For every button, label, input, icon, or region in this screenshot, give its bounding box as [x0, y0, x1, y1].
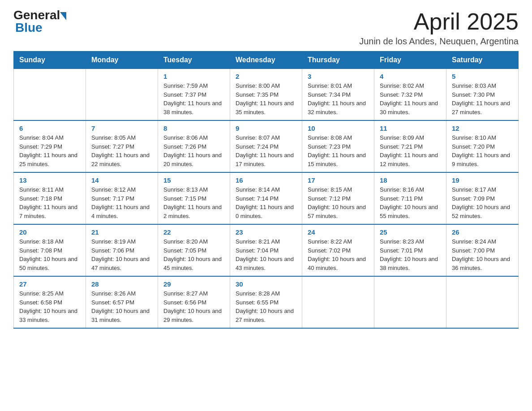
day-info: Sunrise: 8:20 AM Sunset: 7:05 PM Dayligh… [163, 237, 224, 272]
day-info: Sunrise: 8:00 AM Sunset: 7:35 PM Dayligh… [236, 81, 296, 116]
day-info: Sunrise: 8:09 AM Sunset: 7:21 PM Dayligh… [380, 133, 441, 168]
day-number: 29 [163, 280, 224, 288]
calendar-week-row: 27Sunrise: 8:25 AM Sunset: 6:58 PM Dayli… [14, 276, 519, 328]
day-info: Sunrise: 8:01 AM Sunset: 7:34 PM Dayligh… [308, 81, 369, 116]
day-header-saturday: Saturday [446, 51, 519, 69]
calendar-day-cell: 23Sunrise: 8:21 AM Sunset: 7:04 PM Dayli… [230, 224, 302, 276]
day-number: 7 [91, 124, 152, 132]
day-info: Sunrise: 8:19 AM Sunset: 7:06 PM Dayligh… [91, 237, 152, 272]
day-info: Sunrise: 8:11 AM Sunset: 7:18 PM Dayligh… [19, 185, 80, 220]
day-info: Sunrise: 8:03 AM Sunset: 7:30 PM Dayligh… [452, 81, 513, 116]
calendar-day-cell: 22Sunrise: 8:20 AM Sunset: 7:05 PM Dayli… [158, 224, 230, 276]
day-info: Sunrise: 8:04 AM Sunset: 7:29 PM Dayligh… [19, 133, 80, 168]
day-number: 16 [236, 176, 296, 184]
calendar-day-cell: 10Sunrise: 8:08 AM Sunset: 7:23 PM Dayli… [302, 120, 374, 172]
day-info: Sunrise: 8:12 AM Sunset: 7:17 PM Dayligh… [91, 185, 152, 220]
day-number: 11 [380, 124, 441, 132]
day-info: Sunrise: 8:16 AM Sunset: 7:11 PM Dayligh… [380, 185, 441, 220]
calendar-day-cell: 7Sunrise: 8:05 AM Sunset: 7:27 PM Daylig… [86, 120, 158, 172]
logo-triangle-icon [60, 12, 66, 20]
calendar-day-cell: 2Sunrise: 8:00 AM Sunset: 7:35 PM Daylig… [230, 69, 302, 121]
day-number: 9 [236, 124, 296, 132]
day-info: Sunrise: 8:14 AM Sunset: 7:14 PM Dayligh… [236, 185, 296, 220]
day-number: 17 [308, 176, 369, 184]
day-number: 12 [452, 124, 513, 132]
calendar-day-cell: 27Sunrise: 8:25 AM Sunset: 6:58 PM Dayli… [14, 276, 86, 328]
calendar-day-cell: 15Sunrise: 8:13 AM Sunset: 7:15 PM Dayli… [158, 172, 230, 224]
day-info: Sunrise: 8:27 AM Sunset: 6:56 PM Dayligh… [163, 289, 224, 324]
day-info: Sunrise: 8:06 AM Sunset: 7:26 PM Dayligh… [163, 133, 224, 168]
day-info: Sunrise: 7:59 AM Sunset: 7:37 PM Dayligh… [163, 81, 224, 116]
calendar-empty-cell [374, 276, 446, 328]
calendar-day-cell: 25Sunrise: 8:23 AM Sunset: 7:01 PM Dayli… [374, 224, 446, 276]
day-number: 5 [452, 73, 513, 80]
location-subtitle: Junin de los Andes, Neuquen, Argentina [359, 36, 519, 47]
day-header-thursday: Thursday [302, 51, 374, 69]
day-number: 22 [163, 228, 224, 236]
day-number: 21 [91, 228, 152, 236]
day-number: 4 [380, 73, 441, 80]
calendar-empty-cell [302, 276, 374, 328]
day-number: 28 [91, 280, 152, 288]
day-info: Sunrise: 8:25 AM Sunset: 6:58 PM Dayligh… [19, 289, 80, 324]
calendar-day-cell: 19Sunrise: 8:17 AM Sunset: 7:09 PM Dayli… [446, 172, 519, 224]
day-header-monday: Monday [86, 51, 158, 69]
calendar-week-row: 1Sunrise: 7:59 AM Sunset: 7:37 PM Daylig… [14, 69, 519, 121]
calendar-day-cell: 1Sunrise: 7:59 AM Sunset: 7:37 PM Daylig… [158, 69, 230, 121]
day-header-friday: Friday [374, 51, 446, 69]
calendar-week-row: 20Sunrise: 8:18 AM Sunset: 7:08 PM Dayli… [14, 224, 519, 276]
day-number: 10 [308, 124, 369, 132]
calendar-day-cell: 20Sunrise: 8:18 AM Sunset: 7:08 PM Dayli… [14, 224, 86, 276]
day-info: Sunrise: 8:07 AM Sunset: 7:24 PM Dayligh… [236, 133, 296, 168]
calendar-empty-cell [446, 276, 519, 328]
calendar-empty-cell [86, 69, 158, 121]
day-number: 26 [452, 228, 513, 236]
calendar-day-cell: 14Sunrise: 8:12 AM Sunset: 7:17 PM Dayli… [86, 172, 158, 224]
day-number: 24 [308, 228, 369, 236]
day-info: Sunrise: 8:18 AM Sunset: 7:08 PM Dayligh… [19, 237, 80, 272]
day-info: Sunrise: 8:02 AM Sunset: 7:32 PM Dayligh… [380, 81, 441, 116]
day-number: 18 [380, 176, 441, 184]
calendar-day-cell: 5Sunrise: 8:03 AM Sunset: 7:30 PM Daylig… [446, 69, 519, 121]
calendar-day-cell: 16Sunrise: 8:14 AM Sunset: 7:14 PM Dayli… [230, 172, 302, 224]
calendar-header-row: SundayMondayTuesdayWednesdayThursdayFrid… [14, 51, 519, 69]
calendar-day-cell: 11Sunrise: 8:09 AM Sunset: 7:21 PM Dayli… [374, 120, 446, 172]
day-number: 27 [19, 280, 80, 288]
calendar-day-cell: 6Sunrise: 8:04 AM Sunset: 7:29 PM Daylig… [14, 120, 86, 172]
day-header-wednesday: Wednesday [230, 51, 302, 69]
calendar-day-cell: 30Sunrise: 8:28 AM Sunset: 6:55 PM Dayli… [230, 276, 302, 328]
calendar-week-row: 6Sunrise: 8:04 AM Sunset: 7:29 PM Daylig… [14, 120, 519, 172]
calendar-day-cell: 21Sunrise: 8:19 AM Sunset: 7:06 PM Dayli… [86, 224, 158, 276]
calendar-empty-cell [14, 69, 86, 121]
calendar-day-cell: 26Sunrise: 8:24 AM Sunset: 7:00 PM Dayli… [446, 224, 519, 276]
calendar-week-row: 13Sunrise: 8:11 AM Sunset: 7:18 PM Dayli… [14, 172, 519, 224]
calendar-day-cell: 4Sunrise: 8:02 AM Sunset: 7:32 PM Daylig… [374, 69, 446, 121]
day-info: Sunrise: 8:05 AM Sunset: 7:27 PM Dayligh… [91, 133, 152, 168]
calendar-day-cell: 17Sunrise: 8:15 AM Sunset: 7:12 PM Dayli… [302, 172, 374, 224]
calendar-table: SundayMondayTuesdayWednesdayThursdayFrid… [13, 51, 519, 329]
day-info: Sunrise: 8:13 AM Sunset: 7:15 PM Dayligh… [163, 185, 224, 220]
calendar-day-cell: 29Sunrise: 8:27 AM Sunset: 6:56 PM Dayli… [158, 276, 230, 328]
calendar-day-cell: 18Sunrise: 8:16 AM Sunset: 7:11 PM Dayli… [374, 172, 446, 224]
day-number: 14 [91, 176, 152, 184]
day-info: Sunrise: 8:17 AM Sunset: 7:09 PM Dayligh… [452, 185, 513, 220]
day-number: 3 [308, 73, 369, 80]
day-number: 19 [452, 176, 513, 184]
calendar-day-cell: 13Sunrise: 8:11 AM Sunset: 7:18 PM Dayli… [14, 172, 86, 224]
calendar-day-cell: 3Sunrise: 8:01 AM Sunset: 7:34 PM Daylig… [302, 69, 374, 121]
calendar-day-cell: 24Sunrise: 8:22 AM Sunset: 7:02 PM Dayli… [302, 224, 374, 276]
day-number: 1 [163, 73, 224, 80]
day-number: 15 [163, 176, 224, 184]
day-number: 30 [236, 280, 296, 288]
month-title: April 2025 [359, 9, 519, 34]
title-block: April 2025 Junin de los Andes, Neuquen, … [359, 9, 519, 47]
calendar-day-cell: 8Sunrise: 8:06 AM Sunset: 7:26 PM Daylig… [158, 120, 230, 172]
calendar-day-cell: 12Sunrise: 8:10 AM Sunset: 7:20 PM Dayli… [446, 120, 519, 172]
day-info: Sunrise: 8:22 AM Sunset: 7:02 PM Dayligh… [308, 237, 369, 272]
calendar-day-cell: 9Sunrise: 8:07 AM Sunset: 7:24 PM Daylig… [230, 120, 302, 172]
day-number: 2 [236, 73, 296, 80]
day-info: Sunrise: 8:10 AM Sunset: 7:20 PM Dayligh… [452, 133, 513, 168]
day-number: 20 [19, 228, 80, 236]
day-number: 13 [19, 176, 80, 184]
day-number: 8 [163, 124, 224, 132]
